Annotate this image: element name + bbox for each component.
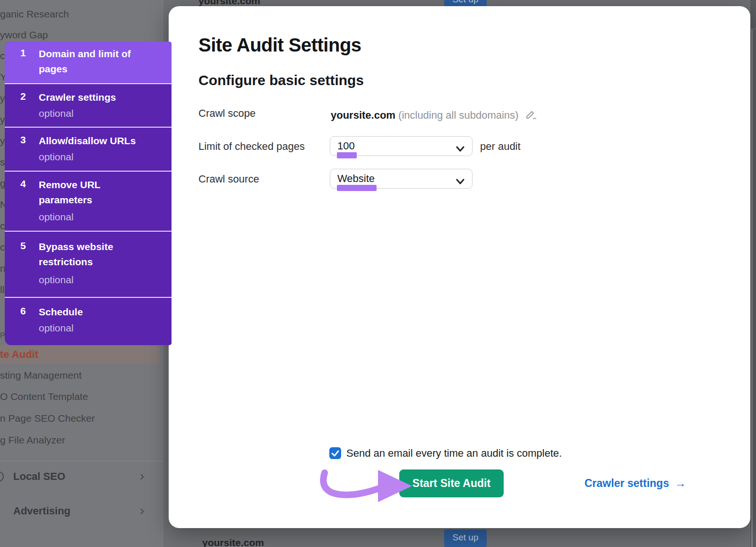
step-number: 3 xyxy=(20,134,26,146)
sidebar-item-fragment[interactable]: y xyxy=(0,114,5,125)
sidebar-item-site-audit[interactable]: te Audit xyxy=(0,348,38,361)
step-schedule[interactable]: 6 Schedule optional xyxy=(5,297,172,345)
chevron-down-icon xyxy=(455,174,465,193)
crawl-scope-note: (including all subdomains) xyxy=(395,109,518,121)
crawl-scope-domain: yoursite.com xyxy=(331,109,395,121)
modal-subtitle: Configure basic settings xyxy=(198,72,364,88)
modal-title: Site Audit Settings xyxy=(198,35,361,56)
sidebar-item-fragment[interactable]: y xyxy=(0,93,5,104)
per-audit-label: per audit xyxy=(480,140,521,153)
step-allow-disallow-urls[interactable]: 3 Allow/disallow URLs optional xyxy=(5,127,172,171)
sidebar-group-label: Advertising xyxy=(13,505,70,517)
sidebar-divider xyxy=(0,461,163,461)
crawl-source-label: Crawl source xyxy=(198,173,259,185)
sidebar-item-fragment[interactable]: c xyxy=(0,242,5,253)
chevron-right-icon: › xyxy=(140,503,144,518)
sidebar-item-fragment[interactable]: c xyxy=(0,50,5,61)
step-title: Domain and limit of pages xyxy=(39,46,143,77)
crawler-settings-link-label: Crawler settings xyxy=(584,477,669,489)
step-number: 1 xyxy=(20,47,26,59)
step-optional-label: optional xyxy=(39,211,74,223)
sidebar-item-on-page-seo-checker[interactable]: n Page SEO Checker xyxy=(0,413,95,424)
step-title: Crawler settings xyxy=(39,90,143,105)
step-optional-label: optional xyxy=(39,274,74,286)
crawler-settings-link[interactable]: Crawler settings→ xyxy=(584,477,686,490)
email-checkbox-label: Send an email every time an audit is com… xyxy=(346,447,562,460)
vertical-scrollbar[interactable] xyxy=(751,29,753,547)
step-optional-label: optional xyxy=(39,108,74,119)
screen: yoursite.com Set up ganic Research yword… xyxy=(0,0,756,547)
sidebar-group-local-seo[interactable]: Local SEO › xyxy=(0,470,163,489)
email-checkbox[interactable] xyxy=(329,447,341,459)
setup-button-top[interactable]: Set up xyxy=(444,0,487,7)
step-number: 6 xyxy=(20,305,26,317)
sidebar-group-label: Local SEO xyxy=(13,470,65,483)
sidebar-item-keyword-gap[interactable]: yword Gap xyxy=(0,29,48,41)
step-remove-url-parameters[interactable]: 4 Remove URL parameters optional xyxy=(5,171,172,231)
limit-of-checked-pages-label: Limit of checked pages xyxy=(198,140,305,153)
crawl-scope-value: yoursite.com (including all subdomains) xyxy=(331,106,534,122)
step-title: Remove URL parameters xyxy=(39,177,129,208)
site-audit-settings-modal: Site Audit Settings Configure basic sett… xyxy=(169,6,750,528)
setup-button-bottom[interactable]: Set up xyxy=(444,530,487,547)
annotation-highlight-bar xyxy=(337,152,357,158)
crawl-scope-label: Crawl scope xyxy=(198,107,256,120)
sidebar-item-fragment[interactable]: y xyxy=(0,135,5,147)
step-number: 4 xyxy=(20,178,26,190)
arrow-right-icon: → xyxy=(675,477,686,489)
annotation-highlight-bar xyxy=(337,185,377,191)
chevron-down-icon xyxy=(455,141,465,160)
step-number: 5 xyxy=(20,240,26,252)
background-project-domain: yoursite.com xyxy=(202,537,264,547)
background-project-domain: yoursite.com xyxy=(198,0,260,7)
edit-pencil-icon[interactable] xyxy=(524,108,537,123)
step-optional-label: optional xyxy=(39,151,74,163)
sidebar-item-organic-research[interactable]: ganic Research xyxy=(0,9,69,20)
sidebar-item-fragment[interactable]: ll xyxy=(0,284,4,295)
step-title: Schedule xyxy=(39,304,143,320)
start-site-audit-button[interactable]: Start Site Audit xyxy=(399,469,504,497)
sidebar-item-fragment[interactable]: s xyxy=(0,156,5,168)
step-title: Allow/disallow URLs xyxy=(39,133,143,148)
step-domain-and-limit[interactable]: 1 Domain and limit of pages xyxy=(5,42,172,83)
sidebar-item-fragment[interactable]: c xyxy=(0,220,5,232)
step-bypass-website-restrictions[interactable]: 5 Bypass website restrictions optional xyxy=(5,231,172,297)
wizard-steps-panel: 1 Domain and limit of pages 2 Crawler se… xyxy=(5,42,172,345)
step-crawler-settings[interactable]: 2 Crawler settings optional xyxy=(5,83,172,127)
limit-selected-value: 100 xyxy=(337,140,355,152)
step-title: Bypass website restrictions xyxy=(39,239,133,269)
sidebar-item-log-file-analyzer[interactable]: g File Analyzer xyxy=(0,434,65,446)
sidebar-group-advertising[interactable]: + Advertising › xyxy=(0,505,163,524)
step-number: 2 xyxy=(20,91,26,102)
step-optional-label: optional xyxy=(39,322,74,334)
sidebar-item-listing-management[interactable]: sting Management xyxy=(0,370,82,381)
local-seo-icon xyxy=(0,471,4,482)
sidebar-item-seo-content-template[interactable]: O Content Template xyxy=(0,391,88,402)
source-selected-value: Website xyxy=(337,173,375,184)
chevron-right-icon: › xyxy=(140,469,144,484)
